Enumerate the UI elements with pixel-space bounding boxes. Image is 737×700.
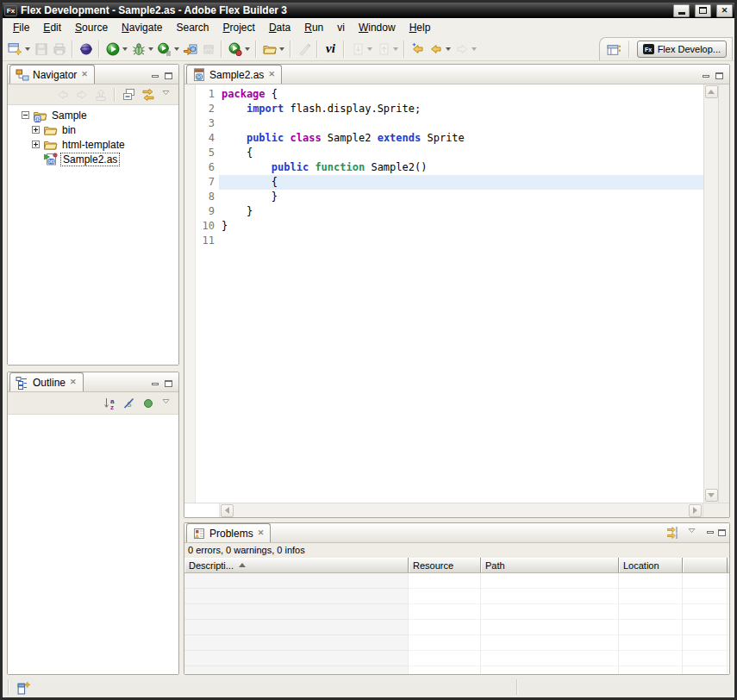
new-wizard-button[interactable] <box>6 40 32 59</box>
minimize-view-button[interactable] <box>707 531 714 534</box>
code-line-6[interactable]: public function Sample2() <box>219 160 703 175</box>
close-button[interactable]: ✕ <box>716 4 733 17</box>
scroll-down-button[interactable] <box>705 489 718 502</box>
maximize-view-button[interactable] <box>165 380 172 387</box>
tree-item-html-template[interactable]: html-template <box>8 137 178 152</box>
navigator-tab-close-icon[interactable]: ✕ <box>80 70 89 79</box>
run-external-button[interactable] <box>155 40 181 59</box>
expand-icon[interactable] <box>32 126 40 134</box>
tab-navigator[interactable]: Navigator ✕ <box>9 65 95 84</box>
column-header-resource[interactable]: Resource <box>409 558 481 572</box>
fast-view-button[interactable] <box>13 678 34 696</box>
menu-edit[interactable]: Edit <box>36 20 68 35</box>
view-menu-button[interactable] <box>159 396 174 410</box>
perspective-flex-development[interactable]: Fx Flex Develop... <box>637 41 727 58</box>
export-release-button[interactable] <box>181 40 199 59</box>
minimize-view-button[interactable] <box>152 383 159 385</box>
menu-search[interactable]: Search <box>169 20 215 35</box>
code-line-4[interactable]: public class Sample2 extends Sprite <box>219 131 703 146</box>
dropdown-caret-icon[interactable] <box>393 47 398 51</box>
maximize-view-button[interactable] <box>715 72 723 79</box>
down-arrow-icon <box>708 493 715 497</box>
minimize-button[interactable] <box>673 4 690 17</box>
code-line-7[interactable]: { <box>219 175 703 190</box>
menu-project[interactable]: Project <box>216 20 262 35</box>
debug-button[interactable] <box>129 40 155 59</box>
vi-plugin-button[interactable]: vi <box>322 40 340 59</box>
tab-outline[interactable]: Outline ✕ <box>9 372 84 391</box>
editor-body[interactable]: 1234567891011 package { import flash.dis… <box>184 84 729 503</box>
dropdown-caret-icon[interactable] <box>367 47 372 51</box>
menu-help[interactable]: Help <box>403 20 438 35</box>
profile-button[interactable] <box>226 40 252 59</box>
menu-data[interactable]: Data <box>262 20 297 35</box>
code-line-1[interactable]: package { <box>219 87 703 102</box>
menu-window[interactable]: Window <box>352 20 403 35</box>
scroll-right-button[interactable] <box>689 504 702 517</box>
dropdown-caret-icon[interactable] <box>25 47 30 51</box>
maximize-view-button[interactable] <box>718 529 726 536</box>
column-header-descripti-[interactable]: Descripti... <box>184 558 409 572</box>
problems-tab-close-icon[interactable]: ✕ <box>257 528 265 538</box>
menu-file[interactable]: File <box>6 20 36 35</box>
menu-vi[interactable]: vi <box>330 20 352 35</box>
view-menu-button[interactable] <box>159 87 174 102</box>
tree-item-bin[interactable]: bin <box>8 122 178 137</box>
code-line-10[interactable]: } <box>219 219 703 234</box>
horizontal-scrollbar[interactable] <box>220 503 703 517</box>
dropdown-caret-icon[interactable] <box>472 47 477 51</box>
code-area[interactable]: package { import flash.display.Sprite; p… <box>219 84 703 503</box>
code-line-2[interactable]: import flash.display.Sprite; <box>219 102 703 116</box>
maximize-view-button[interactable] <box>165 72 172 79</box>
column-header-location[interactable]: Location <box>619 558 683 572</box>
collapse-icon[interactable] <box>22 111 29 119</box>
sash[interactable] <box>7 366 179 372</box>
minimize-view-button[interactable] <box>152 75 159 78</box>
vertical-scrollbar[interactable] <box>703 84 718 503</box>
view-menu-button[interactable] <box>685 525 700 540</box>
back-button[interactable] <box>427 40 453 59</box>
dropdown-caret-icon[interactable] <box>174 47 179 51</box>
overview-ruler[interactable] <box>718 84 729 503</box>
annotation-ruler[interactable] <box>184 84 196 503</box>
link-editor-button[interactable] <box>141 87 155 102</box>
filter-button[interactable] <box>666 525 681 540</box>
tree-item-sample2-as[interactable]: {}Sample2.as <box>8 152 178 166</box>
dropdown-caret-icon[interactable] <box>245 47 250 51</box>
expand-icon[interactable] <box>32 141 40 148</box>
sort-az-button[interactable]: az <box>103 396 117 410</box>
forward-icon <box>454 41 469 56</box>
outline-tab-close-icon[interactable]: ✕ <box>69 378 78 387</box>
menu-source[interactable]: Source <box>68 20 115 35</box>
menu-navigate[interactable]: Navigate <box>115 20 169 35</box>
collapse-all-button[interactable] <box>122 87 136 102</box>
open-folder-button[interactable] <box>260 40 286 59</box>
tree-item-sample[interactable]: {}Sample <box>8 108 178 122</box>
hide-nonpublic-button[interactable] <box>141 396 155 410</box>
open-perspective-button[interactable] <box>607 42 621 57</box>
tab-problems[interactable]: Problems ✕ <box>186 523 271 542</box>
code-line-11[interactable] <box>219 234 703 248</box>
column-header-empty[interactable] <box>683 558 728 572</box>
dropdown-caret-icon[interactable] <box>279 47 284 51</box>
maximize-button[interactable] <box>695 4 711 17</box>
problems-table-body[interactable] <box>184 573 729 674</box>
run-button[interactable] <box>103 40 129 59</box>
minimize-view-button[interactable] <box>703 75 709 78</box>
last-edit-location-button[interactable] <box>409 40 427 59</box>
code-line-5[interactable]: { <box>219 146 703 160</box>
code-line-9[interactable]: } <box>219 204 703 219</box>
menu-run[interactable]: Run <box>297 20 330 35</box>
hide-static-button[interactable]: s <box>122 396 136 410</box>
scroll-left-button[interactable] <box>221 504 234 517</box>
dropdown-caret-icon[interactable] <box>148 47 153 51</box>
dropdown-caret-icon[interactable] <box>122 47 128 51</box>
dropdown-caret-icon[interactable] <box>446 47 451 51</box>
code-line-8[interactable]: } <box>219 190 703 204</box>
flash-sphere-button[interactable] <box>77 40 95 59</box>
tab-sample2-as[interactable]: {} Sample2.as ✕ <box>186 65 282 84</box>
column-header-path[interactable]: Path <box>481 558 619 572</box>
scroll-up-button[interactable] <box>705 85 718 98</box>
editor-tab-close-icon[interactable]: ✕ <box>267 70 276 79</box>
code-line-3[interactable] <box>219 116 703 131</box>
